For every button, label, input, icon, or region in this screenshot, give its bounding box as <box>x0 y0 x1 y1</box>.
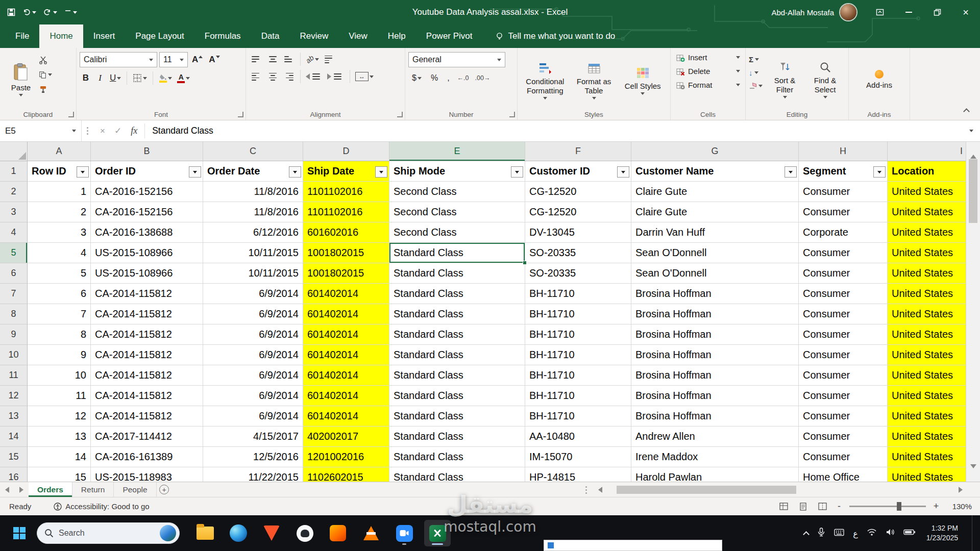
cell-H15[interactable]: Consumer <box>799 447 888 467</box>
cell-A9[interactable]: 8 <box>28 324 91 345</box>
row-number-3[interactable]: 3 <box>0 202 28 222</box>
cell-C6[interactable]: 10/11/2015 <box>203 263 303 284</box>
cell-F2[interactable]: CG-12520 <box>525 182 631 202</box>
cell-F12[interactable]: BH-11710 <box>525 386 631 406</box>
cell-H1[interactable]: Segment <box>799 161 888 182</box>
ribbon-tab-insert[interactable]: Insert <box>83 24 126 48</box>
align-left-button[interactable] <box>249 69 263 84</box>
page-layout-view-button[interactable] <box>796 500 810 513</box>
fill-dropdown-icon[interactable] <box>754 71 758 74</box>
cell-I11[interactable]: United States <box>888 365 966 386</box>
cell-F16[interactable]: HP-14815 <box>525 467 631 482</box>
paste-button[interactable]: Paste <box>3 51 39 109</box>
ribbon-tab-help[interactable]: Help <box>378 24 416 48</box>
cell-I14[interactable]: United States <box>888 427 966 447</box>
save-button[interactable] <box>7 8 15 16</box>
delete-cells-button[interactable]: Delete <box>674 64 742 78</box>
sheet-tab-orders[interactable]: Orders <box>29 482 72 497</box>
cell-B7[interactable]: CA-2014-115812 <box>91 284 203 304</box>
cell-A4[interactable]: 3 <box>28 222 91 243</box>
format-painter-button[interactable] <box>39 84 52 94</box>
wifi-icon[interactable] <box>867 528 877 538</box>
cell-D12[interactable]: 601402014 <box>303 386 389 406</box>
cell-I12[interactable]: United States <box>888 386 966 406</box>
cell-A15[interactable]: 14 <box>28 447 91 467</box>
cell-C1[interactable]: Order Date <box>203 161 303 182</box>
cell-B14[interactable]: CA-2017-114412 <box>91 427 203 447</box>
cell-D1[interactable]: Ship Date <box>303 161 389 182</box>
row-number-14[interactable]: 14 <box>0 427 28 447</box>
addins-button[interactable]: Add-ins <box>852 51 906 109</box>
battery-icon[interactable] <box>903 529 916 538</box>
restore-button[interactable] <box>923 0 951 24</box>
expand-formula-bar-icon[interactable] <box>963 120 980 141</box>
column-letter-G[interactable]: G <box>631 142 799 161</box>
select-all-button[interactable] <box>0 142 28 161</box>
row-number-12[interactable]: 12 <box>0 386 28 406</box>
cell-C12[interactable]: 6/9/2014 <box>203 386 303 406</box>
redo-dropdown-icon[interactable] <box>53 11 57 14</box>
number-format-combo[interactable]: General <box>408 52 505 67</box>
cell-I6[interactable]: United States <box>888 263 966 284</box>
paste-dropdown-icon[interactable] <box>19 94 23 96</box>
column-letter-A[interactable]: A <box>28 142 91 161</box>
undo-dropdown-icon[interactable] <box>32 11 36 14</box>
merge-center-button[interactable]: ↔ <box>354 69 375 84</box>
cell-F7[interactable]: BH-11710 <box>525 284 631 304</box>
underline-dropdown-icon[interactable] <box>117 77 121 80</box>
cell-F15[interactable]: IM-15070 <box>525 447 631 467</box>
cell-B9[interactable]: CA-2014-115812 <box>91 324 203 345</box>
cell-E7[interactable]: Standard Class <box>389 284 525 304</box>
wrap-text-button[interactable] <box>322 52 336 67</box>
cell-F1[interactable]: Customer ID <box>525 161 631 182</box>
fill-handle[interactable] <box>523 261 527 265</box>
cell-H2[interactable]: Consumer <box>799 182 888 202</box>
cell-G6[interactable]: Sean O'Donnell <box>631 263 799 284</box>
brave-icon[interactable] <box>258 520 285 546</box>
cell-B15[interactable]: CA-2016-161389 <box>91 447 203 467</box>
borders-button[interactable] <box>131 70 149 86</box>
cell-B5[interactable]: US-2015-108966 <box>91 243 203 263</box>
cell-G11[interactable]: Brosina Hoffman <box>631 365 799 386</box>
microphone-icon[interactable] <box>817 528 825 539</box>
cell-I5[interactable]: United States <box>888 243 966 263</box>
format-as-table-button[interactable]: Format as Table <box>570 51 619 109</box>
undo-button[interactable] <box>22 8 36 16</box>
row-number-7[interactable]: 7 <box>0 284 28 304</box>
sheet-nav-left-icon[interactable] <box>0 482 14 497</box>
number-format-dropdown-icon[interactable] <box>497 59 501 61</box>
user-name[interactable]: Abd-Allah Mostafa <box>771 8 834 17</box>
copy-button[interactable] <box>39 69 52 80</box>
column-letter-D[interactable]: D <box>303 142 389 161</box>
cell-C10[interactable]: 6/9/2014 <box>203 345 303 365</box>
search-highlight-image[interactable] <box>160 525 176 541</box>
number-dialog-launcher[interactable] <box>509 112 515 117</box>
cell-D9[interactable]: 601402014 <box>303 324 389 345</box>
cell-G1[interactable]: Customer Name <box>631 161 799 182</box>
format-cells-dropdown-icon[interactable] <box>736 84 740 86</box>
cell-H7[interactable]: Consumer <box>799 284 888 304</box>
alignment-dialog-launcher[interactable] <box>397 112 403 117</box>
cell-H3[interactable]: Consumer <box>799 202 888 222</box>
cancel-entry-icon[interactable]: × <box>100 126 105 136</box>
cell-A16[interactable]: 15 <box>28 467 91 482</box>
sheet-tab-return[interactable]: Return <box>72 482 114 497</box>
taskbar-clock[interactable]: 1:32 PM 1/23/2025 <box>926 523 958 543</box>
column-letter-E[interactable]: E <box>389 142 525 161</box>
row-number-9[interactable]: 9 <box>0 324 28 345</box>
cell-I7[interactable]: United States <box>888 284 966 304</box>
taskbar-search[interactable]: Search <box>37 522 180 544</box>
name-box-dropdown-icon[interactable] <box>72 130 76 132</box>
cell-H12[interactable]: Consumer <box>799 386 888 406</box>
cell-C11[interactable]: 6/9/2014 <box>203 365 303 386</box>
cell-E3[interactable]: Second Class <box>389 202 525 222</box>
cell-H4[interactable]: Corporate <box>799 222 888 243</box>
find-select-dropdown-icon[interactable] <box>823 96 827 98</box>
filter-button-C[interactable] <box>289 166 301 178</box>
cell-H13[interactable]: Consumer <box>799 406 888 427</box>
filter-button-F[interactable] <box>617 166 629 178</box>
zoom-out-button[interactable]: - <box>835 501 843 512</box>
cell-H8[interactable]: Consumer <box>799 304 888 324</box>
cell-A10[interactable]: 9 <box>28 345 91 365</box>
cell-I15[interactable]: United States <box>888 447 966 467</box>
